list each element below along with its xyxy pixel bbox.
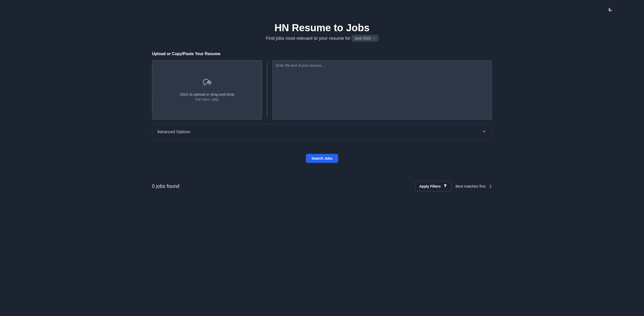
vertical-divider [262, 60, 272, 120]
filter-icon [443, 184, 447, 189]
upload-dropzone[interactable]: Click to upload or drag and drop PDF (MA… [152, 60, 262, 120]
results-controls: Apply Filters Best matches first [415, 181, 492, 191]
results-bar: 0 jobs found Apply Filters Best matches … [152, 181, 492, 201]
page-header: HN Resume to Jobs Find jobs most relevan… [152, 0, 492, 52]
subtitle-row: Find jobs most relevant to your resume f… [152, 35, 492, 42]
sort-label: Best matches first [456, 184, 492, 188]
resume-textarea[interactable] [272, 60, 492, 120]
sort-caret-icon [489, 185, 492, 188]
search-jobs-button[interactable]: Search Jobs [306, 154, 338, 163]
apply-filters-button[interactable]: Apply Filters [415, 181, 452, 191]
upload-section-label: Upload or Copy/Paste Your Resume [152, 52, 492, 56]
upload-row: Click to upload or drag and drop PDF (MA… [152, 60, 492, 120]
moon-icon [608, 7, 613, 13]
advanced-options-toggle[interactable]: Advanced Options [152, 124, 492, 140]
divider-line [267, 62, 267, 118]
page-title: HN Resume to Jobs [152, 22, 492, 33]
sort-select[interactable]: Best matches first [456, 184, 492, 188]
upload-primary-text: Click to upload or drag and drop [180, 92, 234, 96]
search-row: Search Jobs [152, 154, 492, 163]
upload-secondary-text: PDF (MAX. 2MB) [195, 98, 219, 101]
advanced-options-label: Advanced Options [157, 130, 190, 134]
apply-filters-label: Apply Filters [419, 184, 441, 188]
cloud-upload-icon [203, 78, 211, 88]
theme-toggle-button[interactable] [606, 6, 614, 14]
subtitle-text: Find jobs most relevant to your resume f… [266, 36, 350, 41]
chevron-down-icon [482, 129, 487, 135]
month-select[interactable]: June 2023 [352, 35, 378, 42]
jobs-found-count: 0 jobs found [152, 183, 179, 189]
